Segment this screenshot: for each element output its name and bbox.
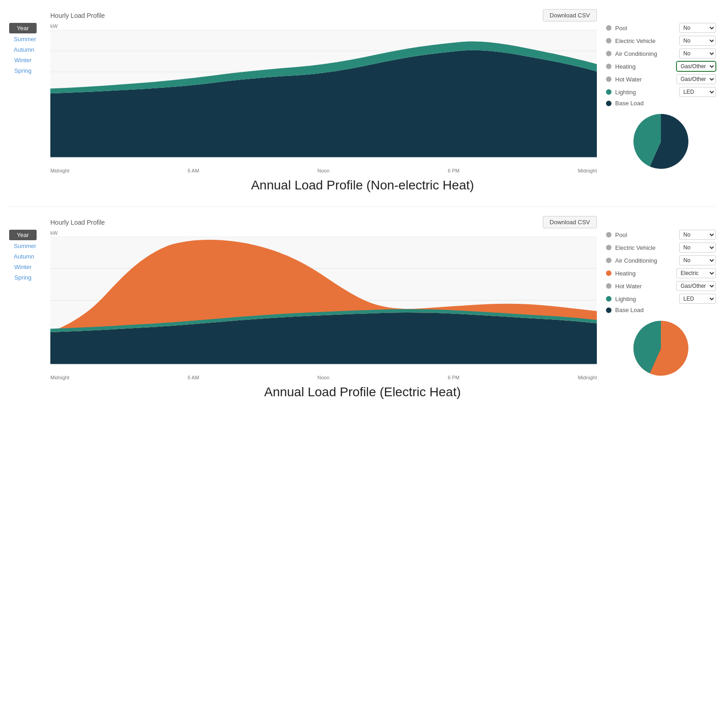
chart-2: Hourly Load Profile Download CSV kW 0.0 … bbox=[50, 216, 597, 380]
legend-pool-1: Pool NoYes bbox=[606, 23, 716, 33]
pie-svg-2 bbox=[633, 321, 688, 376]
chart-header-2: Hourly Load Profile Download CSV bbox=[50, 216, 597, 228]
legend-label-lighting-1: Lighting bbox=[615, 89, 676, 96]
btn-summer-2[interactable]: Summer bbox=[9, 241, 37, 251]
pie-chart-2 bbox=[606, 321, 716, 376]
legend-2: Pool NoYes Electric Vehicle NoYes Air Co… bbox=[606, 216, 716, 376]
legend-baseload-1: Base Load bbox=[606, 100, 716, 107]
legend-lighting-2: Lighting LEDStandard bbox=[606, 294, 716, 304]
legend-select-lighting-2[interactable]: LEDStandard bbox=[679, 294, 716, 304]
legend-select-heating-1[interactable]: Gas/OtherElectric bbox=[676, 61, 716, 71]
btn-autumn-1[interactable]: Autumn bbox=[9, 45, 37, 54]
legend-label-hotwater-1: Hot Water bbox=[615, 76, 673, 83]
legend-label-baseload-1: Base Load bbox=[615, 100, 716, 107]
legend-select-pool-1[interactable]: NoYes bbox=[679, 23, 716, 33]
x-label-midnight-end-2: Midnight bbox=[578, 375, 597, 380]
x-label-midnight-start-1: Midnight bbox=[50, 168, 70, 173]
section-non-electric-heat: Year Summer Autumn Winter Spring Hourly … bbox=[9, 9, 716, 193]
x-axis-2: Midnight 6 AM Noon 6 PM Midnight bbox=[50, 375, 597, 380]
legend-dot-baseload-2 bbox=[606, 307, 611, 313]
legend-dot-hotwater-2 bbox=[606, 283, 611, 289]
x-label-noon-1: Noon bbox=[318, 168, 330, 173]
time-buttons-1: Year Summer Autumn Winter Spring bbox=[9, 23, 37, 75]
legend-label-pool-1: Pool bbox=[615, 25, 676, 32]
chart-area-2: Year Summer Autumn Winter Spring Hourly … bbox=[9, 216, 716, 380]
btn-year-2[interactable]: Year bbox=[9, 230, 37, 240]
legend-dot-baseload-1 bbox=[606, 101, 611, 106]
legend-hotwater-1: Hot Water Gas/OtherElectric bbox=[606, 74, 716, 84]
main-title-2: Annual Load Profile (Electric Heat) bbox=[9, 385, 716, 399]
x-label-6am-1: 6 AM bbox=[188, 168, 199, 173]
legend-select-ac-2[interactable]: NoYes bbox=[679, 255, 716, 265]
legend-select-ev-2[interactable]: NoYes bbox=[679, 243, 716, 253]
main-title-1: Annual Load Profile (Non-electric Heat) bbox=[9, 178, 716, 193]
x-label-6pm-2: 6 PM bbox=[448, 375, 460, 380]
legend-select-ev-1[interactable]: NoYes bbox=[679, 36, 716, 46]
legend-label-heating-2: Heating bbox=[615, 270, 673, 277]
legend-select-lighting-1[interactable]: LEDStandard bbox=[679, 87, 716, 97]
legend-dot-lighting-2 bbox=[606, 296, 611, 302]
x-label-noon-2: Noon bbox=[318, 375, 330, 380]
legend-dot-pool-1 bbox=[606, 25, 611, 31]
chart-header-1: Hourly Load Profile Download CSV bbox=[50, 9, 597, 22]
btn-year-1[interactable]: Year bbox=[9, 23, 37, 33]
btn-winter-1[interactable]: Winter bbox=[9, 55, 37, 65]
btn-spring-1[interactable]: Spring bbox=[9, 66, 37, 75]
kw-label-2: kW bbox=[50, 230, 597, 236]
legend-lighting-1: Lighting LEDStandard bbox=[606, 87, 716, 97]
svg-chart-1: 0.0 0.2 0.4 0.6 0.8 1.0 1.2 bbox=[50, 30, 597, 167]
legend-label-ev-2: Electric Vehicle bbox=[615, 244, 676, 251]
legend-pool-2: Pool NoYes bbox=[606, 230, 716, 240]
legend-dot-lighting-1 bbox=[606, 89, 611, 95]
legend-label-ev-1: Electric Vehicle bbox=[615, 38, 676, 44]
chart-1: Hourly Load Profile Download CSV kW 0.0 … bbox=[50, 9, 597, 173]
time-buttons-2: Year Summer Autumn Winter Spring bbox=[9, 230, 37, 282]
legend-baseload-2: Base Load bbox=[606, 307, 716, 313]
legend-label-ac-1: Air Conditioning bbox=[615, 50, 676, 57]
legend-ac-2: Air Conditioning NoYes bbox=[606, 255, 716, 265]
btn-summer-1[interactable]: Summer bbox=[9, 34, 37, 44]
legend-select-hotwater-2[interactable]: Gas/OtherElectric bbox=[676, 281, 716, 291]
x-label-midnight-end-1: Midnight bbox=[578, 168, 597, 173]
legend-select-heating-2[interactable]: Gas/OtherElectric bbox=[676, 268, 716, 278]
section-electric-heat: Year Summer Autumn Winter Spring Hourly … bbox=[9, 216, 716, 399]
time-selector-1: Year Summer Autumn Winter Spring bbox=[9, 9, 41, 75]
legend-heating-2: Heating Gas/OtherElectric bbox=[606, 268, 716, 278]
legend-label-lighting-2: Lighting bbox=[615, 296, 676, 302]
legend-dot-pool-2 bbox=[606, 232, 611, 237]
legend-select-pool-2[interactable]: NoYes bbox=[679, 230, 716, 240]
legend-label-baseload-2: Base Load bbox=[615, 307, 716, 313]
legend-dot-heating-2 bbox=[606, 270, 611, 276]
legend-dot-ac-2 bbox=[606, 258, 611, 263]
download-csv-1[interactable]: Download CSV bbox=[543, 9, 597, 22]
x-label-midnight-start-2: Midnight bbox=[50, 375, 70, 380]
section-divider bbox=[9, 206, 716, 207]
download-csv-2[interactable]: Download CSV bbox=[543, 216, 597, 228]
legend-dot-ev-1 bbox=[606, 38, 611, 43]
x-axis-1: Midnight 6 AM Noon 6 PM Midnight bbox=[50, 168, 597, 173]
legend-label-ac-2: Air Conditioning bbox=[615, 257, 676, 264]
legend-select-hotwater-1[interactable]: Gas/OtherElectric bbox=[676, 74, 716, 84]
legend-1: Pool NoYes Electric Vehicle NoYes Air Co… bbox=[606, 9, 716, 169]
pie-chart-1 bbox=[606, 114, 716, 169]
legend-label-hotwater-2: Hot Water bbox=[615, 283, 673, 290]
legend-ac-1: Air Conditioning NoYes bbox=[606, 49, 716, 59]
btn-spring-2[interactable]: Spring bbox=[9, 273, 37, 282]
chart-title-1: Hourly Load Profile bbox=[50, 12, 105, 19]
legend-ev-1: Electric Vehicle NoYes bbox=[606, 36, 716, 46]
legend-dot-ev-2 bbox=[606, 245, 611, 250]
kw-label-1: kW bbox=[50, 23, 597, 29]
legend-dot-ac-1 bbox=[606, 51, 611, 56]
chart-title-2: Hourly Load Profile bbox=[50, 219, 105, 226]
btn-autumn-2[interactable]: Autumn bbox=[9, 252, 37, 261]
legend-label-heating-1: Heating bbox=[615, 63, 673, 70]
legend-ev-2: Electric Vehicle NoYes bbox=[606, 243, 716, 253]
chart-area-1: Year Summer Autumn Winter Spring Hourly … bbox=[9, 9, 716, 173]
legend-label-pool-2: Pool bbox=[615, 232, 676, 238]
legend-select-ac-1[interactable]: NoYes bbox=[679, 49, 716, 59]
btn-winter-2[interactable]: Winter bbox=[9, 262, 37, 272]
x-label-6pm-1: 6 PM bbox=[448, 168, 460, 173]
legend-heating-1: Heating Gas/OtherElectric bbox=[606, 61, 716, 71]
legend-dot-heating-1 bbox=[606, 64, 611, 69]
svg-chart-2: 0.0 0.5 1.0 1.5 2.0 bbox=[50, 237, 597, 374]
